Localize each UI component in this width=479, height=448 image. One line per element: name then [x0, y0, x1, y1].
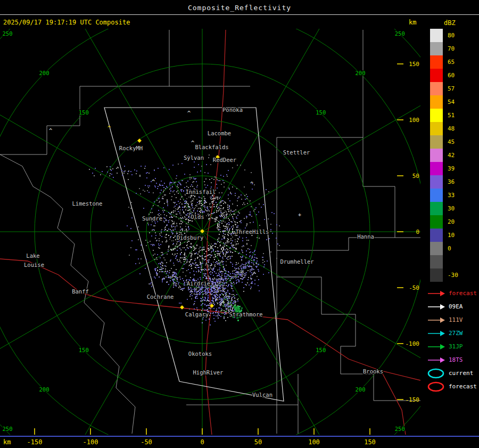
range-ring-label: 250	[3, 30, 13, 37]
bottom-axis: km -150-100-50050100150	[0, 438, 479, 447]
legend-item: 09EA	[426, 300, 479, 313]
colorbar-value: 33	[448, 192, 455, 199]
city-label: Banff	[72, 288, 89, 295]
colorbar-swatch	[430, 55, 443, 69]
forecast-arrow-icon	[426, 288, 447, 299]
colorbar-value: 42	[448, 152, 455, 159]
legend-label: forecast	[449, 383, 477, 390]
colorbar-row: 48	[426, 122, 479, 135]
colorbar-swatch	[430, 29, 443, 42]
legend-item: 111V	[426, 313, 479, 327]
city-label: Lacombe	[208, 130, 231, 136]
right-axis-tick-label: -150	[406, 396, 420, 403]
colorbar-value: 60	[448, 72, 455, 79]
colorbar-row: 80	[426, 29, 479, 42]
colorbar-value: 30	[448, 205, 455, 212]
27ZW-arrow-icon	[426, 328, 447, 339]
bottom-axis-tick-label: 50	[254, 438, 262, 446]
colorbar-value: 39	[448, 165, 455, 172]
colorbar-row: -30	[426, 268, 479, 282]
range-ring-label: 200	[39, 386, 49, 393]
range-ring-label: 250	[3, 426, 13, 432]
colorbar-value: 51	[448, 112, 455, 119]
timestamp: 2025/09/17 19:17:19 UTC Composite	[3, 19, 130, 26]
right-axis-tick-label: -100	[406, 340, 420, 347]
caret-marker-icon: ^	[49, 127, 53, 134]
city-label: Brooks	[363, 368, 383, 374]
city-label: ThreeHills	[235, 229, 269, 235]
bottom-axis-tick-label: 0	[200, 438, 204, 446]
current-ellipse-icon	[426, 368, 447, 379]
sidebar: dBZ 807065605754514845423936333020100-30…	[426, 19, 479, 393]
colorbar-value: 36	[448, 178, 455, 185]
colorbar-swatch	[430, 242, 443, 255]
right-axis-tick-label: 50	[412, 173, 419, 180]
colorbar-row: 45	[426, 135, 479, 149]
colorbar-value: 10	[448, 232, 455, 239]
legend-label: 27ZW	[449, 330, 463, 337]
city-label: Calgary	[185, 311, 209, 317]
legend-label: 111V	[449, 316, 463, 323]
city-label: Okotoks	[188, 351, 212, 357]
city-label: Olds	[191, 214, 204, 220]
colorbar-row: 51	[426, 109, 479, 122]
radar-app-window: Composite_Reflectivity 2025/09/17 19:17:…	[0, 0, 479, 448]
legend-label: 31JP	[449, 343, 463, 350]
colorbar-swatch	[430, 95, 443, 109]
colorbar-row: 33	[426, 189, 479, 202]
bottom-axis-unit-label: km	[3, 438, 11, 446]
colorbar-swatch	[430, 268, 443, 282]
city-label: Ponoka	[222, 107, 243, 113]
bottom-axis-tick-label: 150	[364, 438, 376, 446]
colorbar-row: 70	[426, 42, 479, 55]
range-ring-label: 150	[316, 347, 326, 353]
right-axis-tick-label: 0	[416, 229, 419, 235]
city-label: Vulcan	[252, 392, 272, 398]
caret-marker-icon: ^	[215, 298, 219, 305]
colorbar-value: 20	[448, 218, 455, 225]
colorbar-row: 36	[426, 175, 479, 189]
city-label: Lake	[26, 252, 39, 259]
caret-marker-icon: ^	[206, 299, 210, 306]
colorbar-value: 48	[448, 125, 455, 132]
colorbar-row	[426, 255, 479, 268]
colorbar-value: 65	[448, 59, 455, 66]
bottom-axis-tick-label: -100	[83, 438, 98, 446]
colorbar-value: 0	[448, 245, 451, 252]
colorbar-swatch	[430, 149, 443, 162]
colorbar-swatch	[430, 42, 443, 55]
colorbar-value: 70	[448, 45, 455, 52]
range-ring-label: 250	[395, 426, 405, 432]
colorbar-swatch	[430, 202, 443, 215]
colorbar-swatch	[430, 215, 443, 229]
colorbar-row: 0	[426, 242, 479, 255]
colorbar-row: 39	[426, 162, 479, 175]
city-label: Limestone	[72, 200, 103, 207]
caret-marker-icon: ^	[187, 110, 191, 117]
city-label: Sylvan	[184, 154, 204, 161]
city-label: Innisfail	[186, 189, 216, 195]
caret-marker-icon: ^	[108, 125, 111, 132]
legend-label: current	[449, 370, 473, 377]
scan-area-outline	[104, 108, 284, 401]
legend-item: forecast	[426, 380, 479, 393]
colorbar-swatch	[430, 135, 443, 149]
city-label: RedDeer	[213, 157, 236, 163]
colorbar-value: 57	[448, 85, 455, 92]
city-label: Louise	[24, 262, 44, 268]
city-label: HighRiver	[193, 369, 224, 376]
18TS-arrow-icon	[426, 354, 447, 366]
bottom-axis-tick-label: -150	[27, 438, 43, 446]
colorbar-swatch	[430, 82, 443, 95]
radar-map[interactable]: 150150150150200200200200250250250250^^^^…	[0, 27, 420, 436]
legend-label: forecast	[449, 290, 477, 297]
city-label: Hanna	[357, 233, 374, 240]
colorbar-swatch	[430, 109, 443, 122]
colorbar-rows: 807065605754514845423936333020100-30	[426, 29, 479, 282]
legend-item: current	[426, 366, 479, 380]
colorbar-value: 45	[448, 139, 455, 145]
bottom-separator	[0, 436, 479, 437]
colorbar-swatch	[430, 69, 443, 82]
colorbar-row: 42	[426, 149, 479, 162]
plus-marker-icon: +	[298, 212, 301, 218]
